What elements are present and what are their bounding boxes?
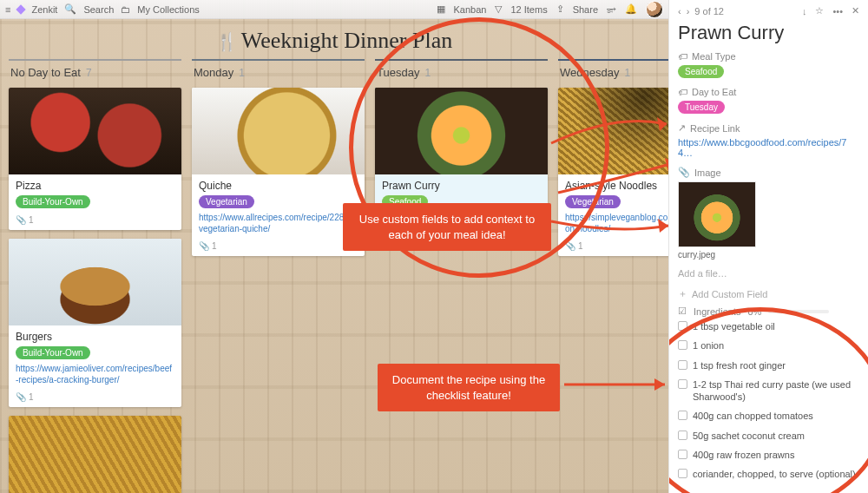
item-title[interactable]: Prawn Curry bbox=[678, 22, 859, 44]
view-label[interactable]: Kanban bbox=[454, 4, 487, 15]
checklist-item-text: 400g can chopped tomatoes bbox=[693, 410, 813, 422]
field-recipe-link[interactable]: ↗Recipe Link https://www.bbcgoodfood.com… bbox=[678, 122, 859, 158]
checklist-item[interactable]: 1-2 tsp Thai red curry paste (we used Sh… bbox=[678, 375, 859, 407]
checkbox-icon[interactable] bbox=[678, 340, 687, 350]
attachment-icon: 📎 bbox=[16, 215, 26, 225]
search-label[interactable]: Search bbox=[83, 4, 114, 15]
board-title: 🍴Weeknight Dinner Plan bbox=[0, 19, 668, 59]
checkbox-icon[interactable] bbox=[678, 450, 687, 459]
card-thumbnail bbox=[375, 88, 548, 174]
column-count: 1 bbox=[424, 67, 431, 79]
restaurant-icon: 🍴 bbox=[216, 32, 238, 51]
card-footer: 📎 1 bbox=[9, 389, 181, 407]
meal-type-value[interactable]: Seafood bbox=[678, 65, 724, 78]
card-link[interactable]: https://simpleveganblog.com/stir-fried-u… bbox=[565, 212, 668, 234]
checkbox-icon[interactable] bbox=[678, 321, 687, 331]
close-icon[interactable]: ✕ bbox=[852, 5, 859, 16]
attachment-count: 1 bbox=[212, 241, 217, 251]
card-thumbnail bbox=[558, 88, 668, 174]
checkbox-icon[interactable] bbox=[678, 411, 687, 420]
card-link[interactable]: https://www.allrecipes.com/recipe/22842/… bbox=[199, 212, 358, 234]
column-title: Tuesday bbox=[377, 66, 419, 79]
column-header[interactable]: Monday 1 bbox=[192, 59, 365, 88]
column-wednesday: Wednesday 1 Asian-style Noodles Vegetari… bbox=[558, 59, 668, 493]
download-icon[interactable]: ↓ bbox=[802, 6, 807, 16]
column-count: 1 bbox=[624, 67, 630, 79]
checklist-item[interactable]: 400g can chopped tomatoes bbox=[678, 406, 859, 425]
card-title: Asian-style Noodles bbox=[565, 180, 668, 192]
tag-icon: 🏷 bbox=[678, 87, 687, 97]
menu-icon[interactable]: ≡ bbox=[5, 4, 10, 15]
checkbox-icon[interactable] bbox=[678, 469, 687, 478]
app-name: Zenkit bbox=[31, 4, 57, 15]
chevron-left-icon[interactable]: ‹ bbox=[678, 6, 681, 16]
checklist-item[interactable]: 1 tsp fresh root ginger bbox=[678, 356, 859, 375]
card-tag[interactable]: Vegetarian bbox=[565, 195, 621, 208]
checklist-item[interactable]: 1 onion bbox=[678, 336, 859, 355]
checklist-item-text: 50g sachet coconut cream bbox=[693, 430, 805, 442]
link-icon: ↗ bbox=[678, 122, 686, 134]
card-tag[interactable]: Build-Your-Own bbox=[16, 346, 90, 359]
card[interactable]: Quiche Vegetarian https://www.allrecipes… bbox=[192, 88, 365, 256]
zenkit-logo-icon[interactable] bbox=[16, 4, 26, 14]
star-icon[interactable]: ☆ bbox=[815, 5, 824, 16]
attachment-icon: 📎 bbox=[678, 167, 690, 178]
attachment-count: 1 bbox=[29, 392, 34, 402]
checklist-item-text: 400g raw frozen prawns bbox=[693, 449, 794, 461]
image-filename: curry.jpeg bbox=[678, 250, 859, 260]
user-avatar[interactable] bbox=[646, 1, 663, 18]
day-value[interactable]: Tuesday bbox=[678, 101, 725, 114]
chevron-right-icon[interactable]: › bbox=[687, 6, 690, 16]
attachment-count: 1 bbox=[578, 241, 583, 251]
activity-icon[interactable]: ⭈ bbox=[607, 4, 616, 15]
checklist-header[interactable]: ☑ Ingredients 0% bbox=[678, 306, 859, 317]
column-header[interactable]: No Day to Eat 7 bbox=[9, 59, 181, 88]
column-count: 7 bbox=[86, 67, 92, 79]
card-tag[interactable]: Vegetarian bbox=[199, 195, 254, 208]
checkbox-icon[interactable] bbox=[678, 431, 687, 440]
field-image[interactable]: 📎Image curry.jpeg Add a file… bbox=[678, 167, 859, 279]
notification-icon[interactable]: 🔔 bbox=[625, 3, 637, 15]
checklist-items: 1 tbsp vegetable oil1 onion1 tsp fresh r… bbox=[678, 317, 859, 484]
item-detail-panel: ‹ › 9 of 12 ↓ ☆ ••• ✕ Prawn Curry 🏷Meal … bbox=[668, 0, 868, 493]
field-meal-type[interactable]: 🏷Meal Type Seafood bbox=[678, 51, 859, 78]
card-tag[interactable]: Seafood bbox=[382, 195, 428, 208]
checkbox-icon[interactable] bbox=[678, 379, 687, 389]
card[interactable]: Asian-style Noodles Vegetarian https://s… bbox=[558, 88, 668, 256]
recipe-link-value[interactable]: https://www.bbcgoodfood.com/recipes/74… bbox=[678, 137, 859, 158]
attachment-icon: 📎 bbox=[565, 241, 575, 251]
column-header[interactable]: Tuesday 1 bbox=[375, 59, 548, 88]
add-file-button[interactable]: Add a file… bbox=[678, 268, 859, 279]
breadcrumb[interactable]: My Collections bbox=[137, 4, 200, 15]
share-label[interactable]: Share bbox=[573, 4, 598, 15]
field-day[interactable]: 🏷Day to Eat Tuesday bbox=[678, 87, 859, 114]
tag-icon: 🏷 bbox=[678, 51, 687, 62]
checklist-item-text: 1 tbsp vegetable oil bbox=[693, 320, 775, 332]
checklist-item[interactable]: 400g raw frozen prawns bbox=[678, 445, 859, 464]
column-title: No Day to Eat bbox=[10, 66, 81, 79]
checkbox-icon[interactable] bbox=[678, 360, 687, 370]
search-icon[interactable]: 🔍 bbox=[64, 3, 76, 15]
checklist-icon: ☑ bbox=[678, 306, 687, 317]
item-count[interactable]: 12 Items bbox=[510, 4, 547, 15]
item-image-thumb[interactable] bbox=[678, 181, 756, 247]
card[interactable] bbox=[9, 416, 181, 493]
checklist-item[interactable]: coriander, chopped, to serve (optional) bbox=[678, 464, 859, 483]
card-tag[interactable]: Build-Your-Own bbox=[16, 195, 90, 208]
checklist-item-text: coriander, chopped, to serve (optional) bbox=[693, 468, 856, 480]
add-custom-field-button[interactable]: ＋Add Custom Field bbox=[678, 287, 859, 300]
column-header[interactable]: Wednesday 1 bbox=[558, 59, 668, 88]
checklist-item[interactable]: 50g sachet coconut cream bbox=[678, 426, 859, 445]
card-footer: 📎 1 bbox=[9, 212, 181, 230]
more-icon[interactable]: ••• bbox=[832, 6, 843, 16]
column-title: Wednesday bbox=[560, 66, 619, 79]
card-link[interactable]: https://www.jamieoliver.com/recipes/beef… bbox=[16, 363, 174, 385]
card-thumbnail bbox=[9, 239, 181, 325]
card-thumbnail bbox=[9, 88, 181, 174]
checklist-item[interactable]: 1 tbsp vegetable oil bbox=[678, 317, 859, 336]
card[interactable]: Burgers Build-Your-Own https://www.jamie… bbox=[9, 239, 181, 407]
card-thumbnail bbox=[9, 416, 181, 493]
card[interactable]: Pizza Build-Your-Own 📎 1 bbox=[9, 88, 181, 230]
card[interactable]: Prawn Curry Seafood 📎 1 bbox=[375, 88, 548, 230]
checklist-percent: 0% bbox=[747, 306, 761, 317]
